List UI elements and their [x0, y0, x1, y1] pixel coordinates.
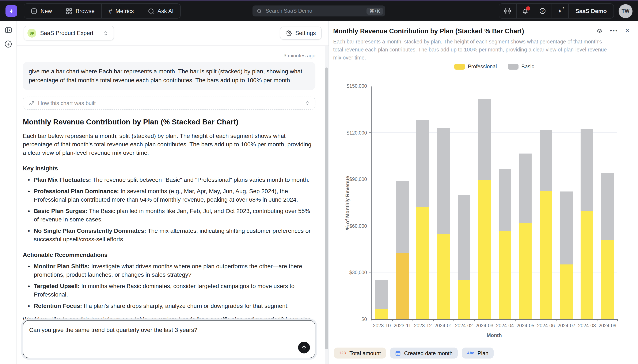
expander-chevrons-icon — [305, 100, 310, 106]
tag-plan[interactable]: Abc Plan — [462, 348, 494, 358]
tag-label: Total amount — [350, 350, 381, 356]
chat-scrollbar-track[interactable] — [325, 46, 328, 364]
chat-scrollbar-thumb[interactable] — [325, 68, 328, 349]
select-chevrons-icon — [103, 30, 109, 36]
chat-settings-button[interactable]: Settings — [280, 26, 322, 40]
legend-label: Basic — [521, 64, 534, 70]
x-axis-tick — [392, 319, 393, 322]
chat-input[interactable]: Can you give the same trend but quarterl… — [23, 320, 315, 358]
bar-segment-basic-2024-05[interactable] — [519, 154, 532, 223]
agent-select[interactable]: SP SaaS Product Expert — [24, 26, 114, 40]
x-axis-label: 2024-01 — [433, 323, 454, 328]
x-axis-label: 2024-02 — [454, 323, 474, 328]
search-placeholder: Search SaaS Demo — [266, 8, 312, 14]
bar-segment-basic-2023-11[interactable] — [396, 181, 409, 253]
y-gridline — [372, 132, 617, 133]
x-axis-label: 2024-09 — [597, 323, 618, 328]
settings-gear-button[interactable] — [499, 4, 516, 18]
bar-segment-basic-2024-09[interactable] — [601, 173, 614, 240]
y-gridline — [372, 179, 617, 179]
y-axis-label: $150,000 — [347, 84, 367, 88]
x-axis-tick — [577, 319, 577, 322]
bar-segment-professional-2024-09[interactable] — [601, 240, 614, 319]
tag-total-amount[interactable]: 123 Total amount — [334, 348, 386, 358]
y-axis-tick — [369, 86, 372, 86]
ask-ai-button[interactable]: Ask AI — [141, 4, 180, 18]
nav-button-group: New Browse # Metrics Ask AI — [24, 3, 181, 18]
user-avatar[interactable]: TW — [618, 4, 632, 18]
app-logo[interactable] — [6, 5, 17, 17]
recommendations-list: Monitor Plan Shifts: Investigate what dr… — [23, 262, 315, 310]
bar-segment-professional-2024-05[interactable] — [519, 223, 532, 319]
field-tags: 123 Total amount Created date month Abc … — [334, 348, 494, 358]
bar-segment-professional-2023-11[interactable] — [396, 253, 409, 319]
chart-panel-actions: ••• ✕ — [596, 28, 629, 34]
assistant-response: Monthly Revenue Contribution by Plan (% … — [23, 118, 315, 332]
legend-item-basic[interactable]: Basic — [508, 64, 534, 70]
y-axis-tick — [369, 272, 372, 273]
new-chat-button[interactable] — [4, 40, 12, 48]
preview-eye-button[interactable] — [596, 28, 603, 34]
bar-segment-professional-2024-06[interactable] — [540, 191, 552, 319]
sparkles-icon: ✦✦ — [558, 8, 562, 14]
hash-icon: # — [109, 8, 112, 14]
toggle-sidebar-button[interactable] — [5, 26, 12, 34]
svg-text:?: ? — [541, 9, 543, 13]
bar-segment-basic-2024-07[interactable] — [560, 192, 573, 264]
tag-created-date-month[interactable]: Created date month — [390, 348, 458, 358]
notifications-button[interactable] — [516, 4, 533, 18]
x-axis-label: 2023-12 — [413, 323, 433, 328]
y-axis-label: $120,000 — [347, 130, 367, 135]
agent-avatar: SP — [28, 29, 36, 38]
bar-segment-professional-2024-01[interactable] — [437, 234, 450, 319]
new-label: New — [41, 8, 52, 14]
bar-segment-basic-2024-02[interactable] — [458, 195, 470, 280]
metrics-button[interactable]: # Metrics — [101, 4, 141, 18]
x-axis-title: Month — [372, 332, 617, 338]
numeric-123-icon: 123 — [339, 351, 346, 355]
bar-segment-professional-2023-12[interactable] — [417, 207, 429, 319]
chat-panel: SP SaaS Product Expert Settings 3 minute… — [17, 21, 329, 364]
grid-icon — [66, 8, 72, 14]
how-chart-built-expander[interactable]: How this chart was built — [23, 96, 315, 110]
new-button[interactable]: New — [24, 4, 59, 18]
bar-segment-basic-2024-01[interactable] — [437, 128, 450, 234]
browse-button[interactable]: Browse — [59, 4, 101, 18]
list-item: Monitor Plan Shifts: Investigate what dr… — [34, 262, 315, 279]
chat-input-container: Can you give the same trend but quarterl… — [23, 320, 315, 358]
bar-segment-basic-2023-10[interactable] — [376, 280, 388, 309]
ai-sparkles-button[interactable]: ✦✦ — [551, 4, 568, 18]
help-button[interactable]: ? — [533, 4, 551, 18]
chat-header: SP SaaS Product Expert Settings — [17, 21, 329, 46]
bar-segment-professional-2023-10[interactable] — [376, 309, 388, 319]
bar-segment-professional-2024-08[interactable] — [580, 211, 593, 319]
x-axis-tick — [413, 319, 413, 322]
org-switcher[interactable]: SaaS Demo — [568, 4, 613, 18]
more-options-button[interactable]: ••• — [610, 28, 618, 34]
bar-segment-basic-2024-04[interactable] — [499, 169, 511, 231]
bar-segment-professional-2024-03[interactable] — [478, 180, 491, 319]
bar-segment-basic-2023-12[interactable] — [417, 120, 429, 207]
bar-segment-professional-2024-04[interactable] — [499, 231, 511, 319]
app-window: New Browse # Metrics Ask AI — [0, 0, 638, 364]
x-axis-tick — [495, 319, 495, 322]
close-panel-button[interactable]: ✕ — [625, 28, 629, 34]
list-item: Targeted Upsell: In months where Basic d… — [34, 282, 315, 298]
bar-segment-professional-2024-02[interactable] — [458, 280, 470, 319]
agent-name: SaaS Product Expert — [40, 30, 93, 36]
bar-segment-basic-2024-08[interactable] — [580, 129, 593, 211]
x-axis-tick — [454, 319, 454, 322]
ask-ai-label: Ask AI — [157, 8, 174, 14]
calendar-icon — [395, 350, 401, 356]
bar-segment-basic-2024-06[interactable] — [540, 130, 552, 191]
bar-segment-basic-2024-03[interactable] — [478, 99, 491, 180]
insights-list: Plan Mix Fluctuates: The revenue split b… — [23, 176, 315, 243]
list-item: No Single Plan Consistently Dominates: T… — [34, 226, 315, 243]
x-axis-label: 2024-08 — [577, 323, 597, 328]
global-search-input[interactable]: Search SaaS Demo ⌘+K — [252, 6, 385, 16]
chart-panel-description: Each bar represents a month, stacked by … — [333, 38, 610, 62]
legend-item-professional[interactable]: Professional — [454, 64, 497, 70]
y-axis-tick — [369, 179, 372, 179]
send-button[interactable] — [298, 342, 310, 354]
bar-segment-professional-2024-07[interactable] — [560, 264, 573, 319]
